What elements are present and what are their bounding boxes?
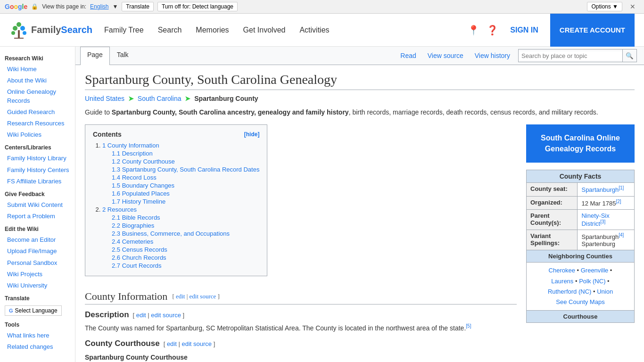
wiki-search-input[interactable] xyxy=(519,51,622,60)
create-account-button[interactable]: CREATE ACCOUNT xyxy=(550,14,635,47)
tab-talk[interactable]: Talk xyxy=(110,47,136,65)
neighbor-rutherford[interactable]: Rutherford (NC) xyxy=(548,288,591,295)
tab-read[interactable]: Read xyxy=(395,48,421,63)
wiki-search-box[interactable]: 🔍 xyxy=(518,49,637,62)
county-seat-link[interactable]: Spartanburgh xyxy=(581,187,619,194)
toc-link-2-6[interactable]: 2.6 Church Records xyxy=(112,254,166,261)
parent-footnote: [3] xyxy=(600,219,605,224)
language-link[interactable]: English xyxy=(90,3,108,10)
sc-records-button[interactable]: South Carolina Online Genealogy Records xyxy=(526,124,635,163)
location-icon[interactable]: 📍 xyxy=(468,25,479,36)
logo[interactable]: FamilySearch xyxy=(9,21,92,40)
give-feedback-title: Give Feedback xyxy=(0,187,75,199)
toc-link-1[interactable]: 1 County Information xyxy=(102,142,159,149)
toc-link-1-1[interactable]: 1.1 Description xyxy=(112,150,153,157)
toc-link-1-6[interactable]: 1.6 Populated Places xyxy=(112,190,170,197)
organized-label: Organized: xyxy=(527,196,578,209)
neighbor-laurens[interactable]: Laurens xyxy=(551,278,573,285)
article-title: Spartanburg County, South Carolina Genea… xyxy=(85,72,635,90)
toc-link-2-4[interactable]: 2.4 Cemeteries xyxy=(112,238,153,245)
sidebar-become-editor[interactable]: Become an Editor xyxy=(0,234,75,246)
sidebar-online-genealogy[interactable]: Online Genealogy Records xyxy=(0,86,75,106)
toc-link-2-3[interactable]: 2.3 Business, Commerce, and Occupations xyxy=(112,230,230,237)
county-info-heading: County Information xyxy=(85,290,167,303)
toc-link-2-2[interactable]: 2.2 Biographies xyxy=(112,222,154,229)
toc-link-1-7[interactable]: 1.7 History Timeline xyxy=(112,198,165,205)
toc-link-1-5[interactable]: 1.5 Boundary Changes xyxy=(112,182,174,189)
sidebar-what-links[interactable]: What links here xyxy=(0,330,75,341)
courthouse-edit-link[interactable]: edit xyxy=(167,340,177,347)
sign-in-button[interactable]: SIGN IN xyxy=(505,24,543,37)
courthouse-edit-source-link[interactable]: edit source xyxy=(182,340,212,347)
help-icon[interactable]: ❓ xyxy=(487,25,498,36)
toc-link-2-5[interactable]: 2.5 Census Records xyxy=(112,246,167,253)
neighbor-union[interactable]: Union xyxy=(597,288,613,295)
see-county-maps-link[interactable]: See County Maps xyxy=(556,298,604,305)
view-page-text: View this page in: xyxy=(42,3,86,10)
neighbor-cherokee[interactable]: Cherokee xyxy=(549,267,575,274)
neighboring-counties-row: Cherokee • Greenville • Laurens • Polk (… xyxy=(527,263,635,310)
tab-view-source[interactable]: View source xyxy=(422,48,469,63)
sidebar-research-resources[interactable]: Research Resources xyxy=(0,118,75,129)
nav-activities[interactable]: Activities xyxy=(297,24,331,37)
translate-button[interactable]: Translate xyxy=(122,2,154,11)
description-heading-wrapper: Description [ edit | edit source ] xyxy=(85,310,517,320)
breadcrumb: United States ➤ South Carolina ➤ Spartan… xyxy=(85,95,635,102)
toc-link-1-4[interactable]: 1.4 Record Loss xyxy=(112,174,157,181)
description-text: The County was named for Spartanburg, SC… xyxy=(85,322,517,333)
toc-link-2-7[interactable]: 2.7 Court Records xyxy=(112,262,162,269)
select-language-label: Select Language xyxy=(15,307,58,314)
research-wiki-title: Research Wiki xyxy=(0,51,75,64)
sidebar-wiki-policies[interactable]: Wiki Policies xyxy=(0,129,75,140)
sidebar-fs-affiliate[interactable]: FS Affiliate Libraries xyxy=(0,176,75,187)
close-button[interactable]: ✕ xyxy=(626,2,639,11)
nav-family-tree[interactable]: Family Tree xyxy=(102,24,146,37)
options-button[interactable]: Options ▼ xyxy=(587,2,622,11)
header-right: 📍 ❓ SIGN IN CREATE ACCOUNT xyxy=(468,14,635,47)
hide-link[interactable]: [hide] xyxy=(244,131,260,138)
sidebar-personal-sandbox[interactable]: Personal Sandbox xyxy=(0,257,75,269)
description-edit-source-link[interactable]: edit source xyxy=(151,312,181,319)
nav-memories[interactable]: Memories xyxy=(193,24,231,37)
breadcrumb-us[interactable]: United States xyxy=(85,95,124,102)
courthouse-heading: County Courthouse xyxy=(85,339,160,348)
description-edit-link[interactable]: edit xyxy=(136,312,146,319)
county-info-edit-source-link[interactable]: edit source xyxy=(190,293,216,300)
courthouse-heading-wrapper: County Courthouse [ edit | edit source ] xyxy=(85,339,517,348)
sidebar-wiki-projects[interactable]: Wiki Projects xyxy=(0,269,75,280)
sidebar-submit-wiki[interactable]: Submit Wiki Content xyxy=(0,199,75,211)
sidebar-about-wiki[interactable]: About the Wiki xyxy=(0,75,75,86)
sidebar-family-history-library[interactable]: Family History Library xyxy=(0,153,75,164)
nav-get-involved[interactable]: Get Involved xyxy=(241,24,288,37)
sidebar-related-changes[interactable]: Related changes xyxy=(0,341,75,353)
neighbor-greenville[interactable]: Greenville xyxy=(581,267,609,274)
toc-link-2-1[interactable]: 2.1 Bible Records xyxy=(112,214,160,221)
toc-sublist-1: 1.1 Description 1.2 County Courthouse 1.… xyxy=(102,150,259,205)
tab-view-history[interactable]: View history xyxy=(469,48,516,63)
wiki-search-button[interactable]: 🔍 xyxy=(622,49,636,62)
toc-link-1-3[interactable]: 1.3 Spartanburg County, South Carolina R… xyxy=(112,166,259,173)
neighbor-polk[interactable]: Polk (NC) xyxy=(579,278,605,285)
sidebar-upload-file[interactable]: Upload File/Image xyxy=(0,246,75,257)
county-seat-row: County seat: Spartanburgh[1] xyxy=(527,183,635,196)
county-info-section-heading: County Information [ edit | edit source … xyxy=(85,290,517,304)
toc-item-1-3: 1.3 Spartanburg County, South Carolina R… xyxy=(112,166,259,173)
toc-link-1-2[interactable]: 1.2 County Courthouse xyxy=(112,158,175,165)
tab-page[interactable]: Page xyxy=(80,47,110,65)
toc-link-2[interactable]: 2 Resources xyxy=(102,206,137,213)
article-sidebar-col: South Carolina Online Genealogy Records … xyxy=(526,124,635,362)
breadcrumb-sc[interactable]: South Carolina xyxy=(138,95,182,102)
sidebar-family-history-centers[interactable]: Family History Centers xyxy=(0,165,75,176)
turn-off-button[interactable]: Turn off for: Detect language xyxy=(157,2,238,11)
sidebar-guided-research[interactable]: Guided Research xyxy=(0,107,75,118)
nav-search[interactable]: Search xyxy=(156,24,184,37)
variant-spellings-value: Spartanburgh[4] Spartenburg xyxy=(578,230,635,250)
county-info-edit-link[interactable]: edit xyxy=(176,293,185,300)
centers-libraries-title: Centers/Libraries xyxy=(0,140,75,153)
svg-point-2 xyxy=(13,26,17,31)
sidebar-report-problem[interactable]: Report a Problem xyxy=(0,211,75,222)
select-language-button[interactable]: G Select Language xyxy=(5,305,62,316)
sidebar-wiki-home[interactable]: Wiki Home xyxy=(0,64,75,75)
toc-item-1-4: 1.4 Record Loss xyxy=(112,174,259,181)
sidebar-wiki-university[interactable]: Wiki University xyxy=(0,280,75,291)
